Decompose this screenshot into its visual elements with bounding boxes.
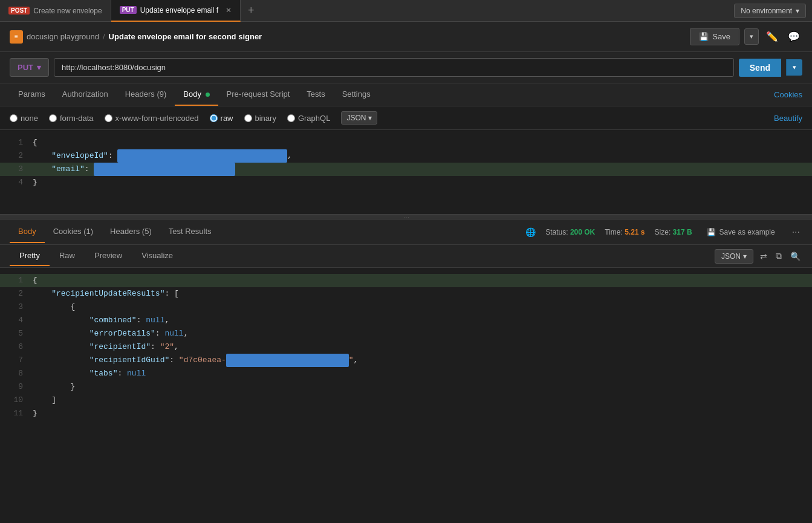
radio-form-data[interactable] xyxy=(49,114,57,122)
resp-line-content-8: "tabs": null xyxy=(33,367,146,380)
tab-update-envelope[interactable]: PUT Update envelope email f ✕ xyxy=(111,0,241,22)
save-label: Save xyxy=(712,32,730,41)
url-input[interactable] xyxy=(54,58,734,77)
code-line-2: 2 "envelopeId": , xyxy=(0,149,812,163)
option-raw[interactable]: raw xyxy=(210,114,233,123)
more-options-button[interactable]: ··· xyxy=(790,227,802,238)
guid-value xyxy=(226,354,349,367)
resp-line-content-2: "recipientUpdateResults": [ xyxy=(33,287,179,300)
response-tab-test-results-label: Test Results xyxy=(169,227,212,236)
tab-tests[interactable]: Tests xyxy=(298,83,333,106)
save-dropdown-button[interactable]: ▾ xyxy=(744,28,759,45)
radio-none[interactable] xyxy=(10,114,18,122)
put-method-badge: PUT xyxy=(120,6,137,14)
resp-line-6: 6 "recipientId": "2", xyxy=(0,340,812,354)
pane-divider[interactable]: ⋯ xyxy=(0,215,812,219)
response-subtab-visualize[interactable]: Visualize xyxy=(132,246,183,266)
response-body-viewer: 1 { 2 "recipientUpdateResults": [ 3 { 4 … xyxy=(0,268,812,437)
tab-headers[interactable]: Headers (9) xyxy=(117,83,175,106)
status-value: 200 OK xyxy=(570,228,595,236)
search-response-icon[interactable]: 🔍 xyxy=(788,250,802,263)
response-subtab-pretty-label: Pretty xyxy=(19,251,40,260)
tab-params[interactable]: Params xyxy=(10,83,54,106)
resp-line-num-11: 11 xyxy=(5,407,23,420)
close-tab-icon[interactable]: ✕ xyxy=(226,6,232,15)
comment-icon[interactable]: 💬 xyxy=(785,28,802,45)
response-subtab-preview[interactable]: Preview xyxy=(85,246,132,266)
body-dot-indicator xyxy=(206,93,210,97)
radio-urlencoded[interactable] xyxy=(105,114,112,122)
email-value xyxy=(94,163,235,176)
response-subtab-raw[interactable]: Raw xyxy=(50,246,85,266)
add-tab-button[interactable]: + xyxy=(241,4,262,17)
response-tab-headers-label: Headers (5) xyxy=(110,227,152,236)
response-tab-headers[interactable]: Headers (5) xyxy=(102,221,160,243)
line-content-2: "envelopeId": , xyxy=(33,149,292,163)
cookies-link[interactable]: Cookies xyxy=(774,84,802,105)
json-type-label: JSON xyxy=(346,114,366,122)
request-body-editor[interactable]: 1 { 2 "envelopeId": , 3 "email": 4 } xyxy=(0,130,812,215)
option-urlencoded[interactable]: x-www-form-urlencoded xyxy=(105,114,199,123)
edit-icon[interactable]: ✏️ xyxy=(764,28,781,45)
send-dropdown-button[interactable]: ▾ xyxy=(786,59,802,76)
resp-line-9: 9 } xyxy=(0,380,812,394)
resp-line-num-6: 6 xyxy=(5,340,23,354)
option-form-data-label: form-data xyxy=(60,114,94,123)
radio-binary[interactable] xyxy=(244,114,252,122)
json-type-selector[interactable]: JSON ▾ xyxy=(341,111,377,125)
response-subtab-preview-label: Preview xyxy=(94,251,122,260)
save-example-label: Save as example xyxy=(719,228,775,236)
resp-line-num-2: 2 xyxy=(5,287,23,300)
line-content-3: "email": xyxy=(33,163,235,176)
size-value: 317 B xyxy=(673,228,692,236)
tab-body[interactable]: Body xyxy=(175,83,218,106)
response-tab-body[interactable]: Body xyxy=(10,221,45,243)
resp-line-7: 7 "recipientIdGuid": "d7c0eaea- ", xyxy=(0,354,812,367)
save-example-button[interactable]: 💾 Save as example xyxy=(702,226,780,239)
line-number-1: 1 xyxy=(5,136,23,149)
beautify-button[interactable]: Beautify xyxy=(774,114,802,123)
tab-settings[interactable]: Settings xyxy=(334,83,379,106)
tab-tests-label: Tests xyxy=(307,89,325,99)
method-selector[interactable]: PUT ▾ xyxy=(10,58,49,77)
tab-headers-label: Headers (9) xyxy=(125,89,167,99)
option-binary-label: binary xyxy=(255,114,276,123)
size-label: Size: 317 B xyxy=(655,228,692,236)
tab-authorization[interactable]: Authorization xyxy=(54,83,117,106)
send-button[interactable]: Send xyxy=(739,59,781,77)
tab-update-label: Update envelope email f xyxy=(140,6,218,15)
environment-selector[interactable]: No environment ▾ xyxy=(734,4,806,18)
tab-create-envelope[interactable]: POST Create new envelope xyxy=(0,0,111,22)
wrap-lines-icon[interactable]: ⇄ xyxy=(758,250,769,263)
resp-line-num-9: 9 xyxy=(5,380,23,394)
response-subtab-pretty[interactable]: Pretty xyxy=(10,246,50,266)
format-arrow-icon: ▾ xyxy=(743,252,747,261)
response-tab-cookies[interactable]: Cookies (1) xyxy=(45,221,102,243)
radio-raw[interactable] xyxy=(210,114,218,122)
response-format-selector[interactable]: JSON ▾ xyxy=(715,249,753,264)
radio-graphql[interactable] xyxy=(287,114,295,122)
resp-line-num-7: 7 xyxy=(5,354,23,367)
code-line-4: 4 } xyxy=(0,176,812,189)
resp-line-content-10: ] xyxy=(33,394,56,407)
response-tab-test-results[interactable]: Test Results xyxy=(160,221,220,243)
line-number-2: 2 xyxy=(5,149,23,163)
workspace-icon: ≡ xyxy=(10,30,23,44)
resp-line-3: 3 { xyxy=(0,300,812,314)
option-binary[interactable]: binary xyxy=(244,114,276,123)
method-label: PUT xyxy=(18,63,33,72)
tab-settings-label: Settings xyxy=(342,89,371,99)
save-button[interactable]: 💾 Save xyxy=(690,28,739,45)
copy-response-icon[interactable]: ⧉ xyxy=(774,249,784,263)
resp-line-content-3: { xyxy=(33,300,75,314)
tab-pre-request[interactable]: Pre-request Script xyxy=(218,83,299,106)
resp-line-4: 4 "combined": null, xyxy=(0,314,812,327)
resp-line-5: 5 "errorDetails": null, xyxy=(0,327,812,340)
option-none[interactable]: none xyxy=(10,114,38,123)
breadcrumb-current: Update envelope email for second signer xyxy=(109,32,262,41)
option-form-data[interactable]: form-data xyxy=(49,114,94,123)
resp-line-content-1: { xyxy=(33,274,37,287)
option-graphql[interactable]: GraphQL xyxy=(287,114,330,123)
resp-line-num-8: 8 xyxy=(5,367,23,380)
json-type-arrow: ▾ xyxy=(368,114,372,122)
